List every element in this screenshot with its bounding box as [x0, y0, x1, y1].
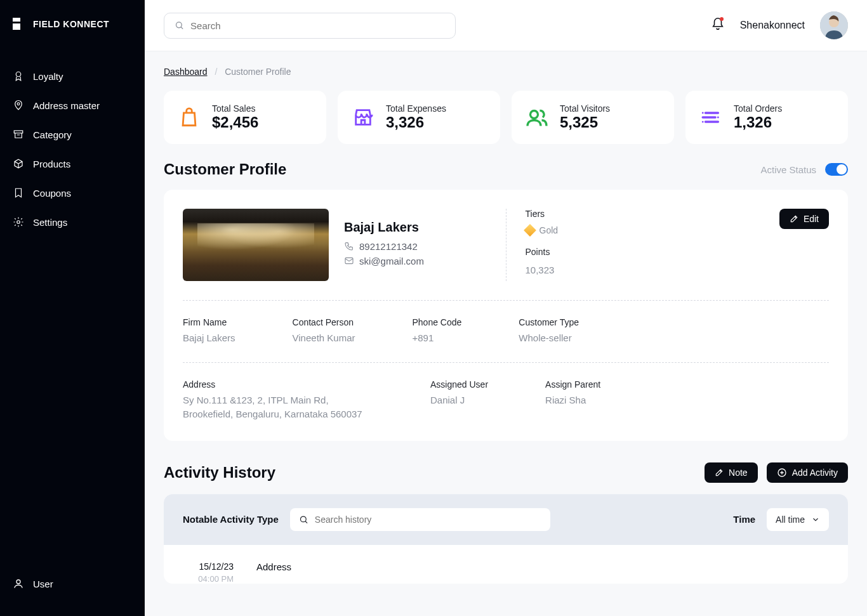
sidebar-user-label: User [33, 579, 53, 589]
stat-label: Total Visitors [560, 103, 610, 114]
location-icon [13, 100, 24, 111]
topbar: Shenakonnect [145, 0, 867, 51]
time-value: All time [776, 514, 805, 525]
sidebar-item-settings[interactable]: Settings [0, 207, 145, 237]
field-label: Customer Type [519, 317, 579, 327]
search-input[interactable] [190, 20, 445, 31]
field-value: Sy No.111 &123, 2, ITPL Main Rd, Brookef… [183, 393, 373, 422]
history-item-title: Address [256, 561, 291, 572]
store-icon [352, 106, 374, 129]
tiers-label: Tiers [526, 209, 559, 219]
history-search-input[interactable] [315, 514, 541, 525]
stat-value: 1,326 [734, 114, 782, 131]
points-value: 10,323 [526, 265, 559, 275]
field-value: Vineeth Kumar [293, 331, 355, 346]
svg-point-14 [300, 516, 306, 522]
stat-label: Total Sales [212, 103, 258, 114]
archive-icon [13, 129, 24, 140]
logo-text: FIELD KONNECT [33, 19, 109, 29]
gear-icon [13, 216, 24, 228]
customer-email: ski@gmail.com [359, 256, 424, 266]
svg-point-10 [717, 117, 719, 119]
bookmark-icon [13, 187, 24, 199]
chevron-down-icon [811, 515, 820, 524]
sidebar-item-loyalty[interactable]: Loyalty [0, 62, 145, 91]
svg-point-5 [176, 22, 182, 28]
field-value: +891 [413, 331, 462, 346]
time-select[interactable]: All time [767, 508, 829, 531]
breadcrumb-sep: / [215, 67, 217, 77]
svg-point-8 [531, 111, 538, 119]
stat-value: 5,325 [560, 114, 610, 131]
field-label: Assign Parent [545, 379, 600, 390]
breadcrumb-current: Customer Profile [225, 67, 291, 77]
breadcrumb-link-root[interactable]: Dashboard [164, 67, 208, 77]
sidebar-item-label: Coupons [33, 188, 71, 199]
history-title: Activity History [164, 464, 696, 482]
customer-name: Bajaj Lakers [344, 220, 424, 235]
field-label: Contact Person [293, 317, 355, 327]
bag-icon [178, 106, 201, 129]
stat-sales: Total Sales $2,456 [164, 91, 326, 144]
search-icon [175, 20, 184, 30]
pencil-icon [715, 468, 724, 477]
field-value: Riazi Sha [545, 393, 600, 408]
points-label: Points [526, 247, 559, 257]
field-value: Danial J [430, 393, 488, 408]
pencil-icon [790, 214, 798, 223]
nav: Loyalty Address master Category Products… [0, 62, 145, 237]
svg-point-9 [702, 112, 704, 114]
search-icon [299, 514, 308, 525]
history-row: 15/12/23 04:00 PM Address [164, 545, 848, 584]
note-label: Note [729, 468, 748, 478]
stat-orders: Total Orders 1,326 [685, 91, 848, 144]
badge-icon [13, 70, 24, 82]
plus-circle-icon [777, 468, 787, 478]
edit-button[interactable]: Edit [779, 209, 829, 229]
history-time: 04:00 PM [183, 574, 234, 584]
field-value: Bajaj Lakers [183, 331, 235, 346]
box-icon [13, 158, 24, 169]
mail-icon [344, 256, 354, 266]
field-value: Whole-seller [519, 331, 579, 346]
stat-expenses: Total Expenses 3,326 [338, 91, 500, 144]
history-search-wrapper[interactable] [290, 508, 550, 531]
group-icon [526, 106, 548, 129]
svg-point-11 [702, 121, 704, 123]
notifications-button[interactable] [711, 17, 725, 34]
add-activity-button[interactable]: Add Activity [767, 462, 848, 483]
sidebar-item-coupons[interactable]: Coupons [0, 178, 145, 207]
stats-row: Total Sales $2,456 Total Expenses 3,326 [164, 91, 848, 144]
sidebar-item-label: Loyalty [33, 71, 63, 82]
notable-label: Notable Activity Type [183, 514, 279, 525]
active-status-toggle[interactable] [825, 163, 848, 176]
history-date: 15/12/23 [183, 561, 234, 572]
diamond-icon [524, 224, 536, 237]
field-label: Firm Name [183, 317, 235, 327]
tier-value: Gold [539, 225, 559, 235]
svg-point-0 [16, 72, 21, 77]
logo: FIELD KONNECT [0, 18, 145, 62]
sidebar-item-products[interactable]: Products [0, 149, 145, 178]
note-button[interactable]: Note [705, 462, 758, 483]
logo-mark-icon [13, 18, 27, 30]
stat-label: Total Orders [734, 103, 782, 114]
sidebar: FIELD KONNECT Loyalty Address master Cat… [0, 0, 145, 616]
avatar-image [820, 11, 848, 39]
edit-label: Edit [804, 214, 819, 224]
svg-rect-2 [14, 131, 23, 133]
main: Shenakonnect Dashboard / Customer Profil… [145, 0, 867, 616]
svg-point-3 [17, 221, 20, 224]
sidebar-item-label: Products [33, 159, 70, 169]
store-image [183, 209, 329, 281]
sidebar-item-address[interactable]: Address master [0, 91, 145, 120]
sidebar-item-label: Settings [33, 217, 67, 228]
avatar[interactable] [820, 11, 848, 39]
sidebar-item-category[interactable]: Category [0, 120, 145, 149]
sidebar-user[interactable]: User [0, 569, 145, 598]
breadcrumb: Dashboard / Customer Profile [164, 67, 848, 77]
stat-visitors: Total Visitors 5,325 [512, 91, 674, 144]
search-input-wrapper[interactable] [164, 13, 456, 39]
stat-label: Total Expenses [386, 103, 446, 114]
username: Shenakonnect [740, 20, 805, 31]
